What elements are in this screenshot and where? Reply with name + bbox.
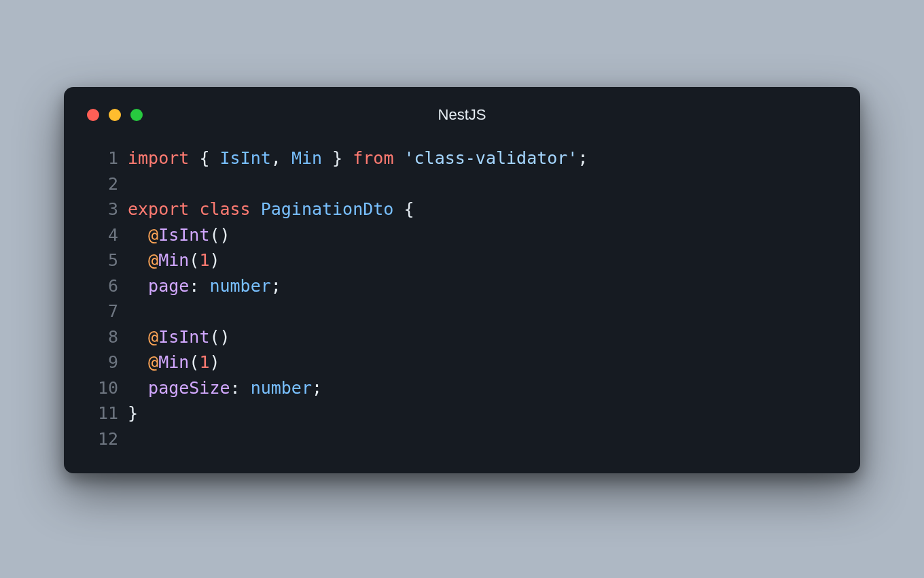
code-line: 9 @Min(1) — [87, 350, 837, 375]
line-number: 2 — [87, 171, 118, 197]
code-line: 1 import { IsInt, Min } from 'class-vali… — [87, 146, 837, 171]
line-number: 10 — [87, 375, 118, 401]
code-line: 8 @IsInt() — [87, 324, 837, 350]
line-number: 7 — [87, 299, 118, 324]
code-text: @IsInt() — [128, 222, 230, 248]
code-block: 1 import { IsInt, Min } from 'class-vali… — [87, 146, 837, 452]
line-number: 3 — [87, 197, 118, 222]
code-line: 3 export class PaginationDto { — [87, 197, 837, 222]
line-number: 11 — [87, 401, 118, 426]
code-line: 2 — [87, 171, 837, 197]
stage: NestJS 1 import { IsInt, Min } from 'cla… — [0, 0, 924, 578]
code-text: export class PaginationDto { — [128, 197, 414, 222]
code-text: page: number; — [128, 273, 281, 299]
line-number: 8 — [87, 324, 118, 350]
code-line: 6 page: number; — [87, 273, 837, 299]
titlebar: NestJS — [87, 103, 837, 126]
code-text: @Min(1) — [128, 248, 220, 273]
line-number: 1 — [87, 146, 118, 171]
code-line: 5 @Min(1) — [87, 248, 837, 273]
line-number: 12 — [87, 426, 118, 452]
line-number: 9 — [87, 350, 118, 375]
code-text: import { IsInt, Min } from 'class-valida… — [128, 146, 588, 171]
code-line: 11 } — [87, 401, 837, 426]
window-title: NestJS — [87, 106, 837, 124]
code-line: 4 @IsInt() — [87, 222, 837, 248]
code-text: } — [128, 401, 138, 426]
code-line: 7 — [87, 299, 837, 324]
code-line: 10 pageSize: number; — [87, 375, 837, 401]
line-number: 6 — [87, 273, 118, 299]
code-text: pageSize: number; — [128, 375, 322, 401]
code-line: 12 — [87, 426, 837, 452]
line-number: 4 — [87, 222, 118, 248]
line-number: 5 — [87, 248, 118, 273]
code-window: NestJS 1 import { IsInt, Min } from 'cla… — [64, 87, 860, 473]
code-text: @Min(1) — [128, 350, 220, 375]
code-text: @IsInt() — [128, 324, 230, 350]
